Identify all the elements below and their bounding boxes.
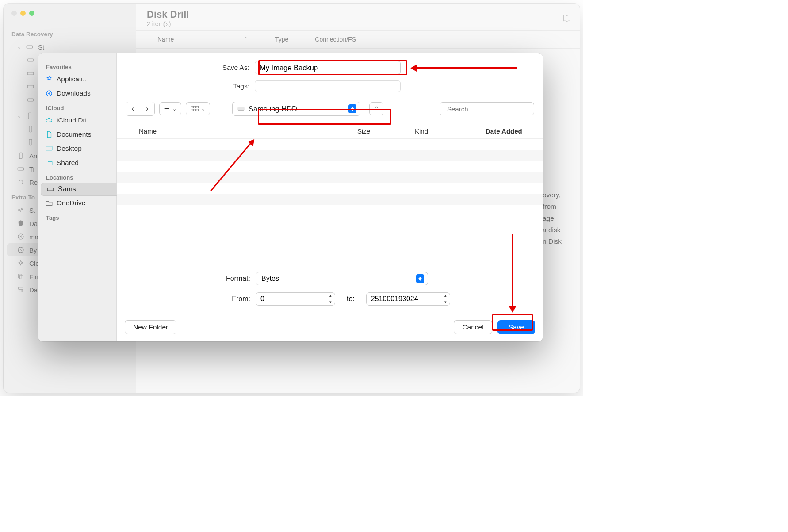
- bg-column-headers: Name⌃ Type Connection/FS: [136, 30, 580, 49]
- phone-icon: [27, 138, 34, 146]
- phone-icon: [27, 125, 34, 133]
- save-as-input[interactable]: [255, 61, 401, 74]
- x-circle-icon: [17, 233, 25, 241]
- save-dialog: Favorites Applicati… Downloads iCloud iC…: [38, 53, 543, 341]
- col-date-added[interactable]: Date Added: [486, 127, 534, 135]
- bg-peek-text: overy, from age. a disk n Disk: [543, 189, 574, 248]
- chevron-down-icon: ⌄: [17, 113, 21, 119]
- location-name: Samsung HDD: [249, 105, 345, 113]
- svg-rect-2: [27, 72, 34, 75]
- bg-sb-item-storage[interactable]: ⌄ St: [4, 40, 136, 54]
- format-select[interactable]: Bytes: [256, 272, 428, 285]
- list-view-button[interactable]: ≣⌄: [159, 102, 181, 115]
- location-dropdown[interactable]: Samsung HDD: [232, 102, 360, 116]
- svg-rect-22: [191, 109, 193, 111]
- sb-section-locations: Locations: [41, 170, 114, 183]
- svg-rect-19: [191, 106, 193, 108]
- step-down-icon[interactable]: ▾: [441, 299, 450, 306]
- drive-icon: [27, 96, 34, 104]
- bg-title: Disk Drill: [147, 9, 569, 20]
- cancel-button[interactable]: Cancel: [454, 320, 492, 334]
- minimize-dot[interactable]: [20, 11, 26, 16]
- new-folder-button[interactable]: New Folder: [125, 320, 176, 334]
- window-traffic-lights[interactable]: [4, 11, 34, 16]
- sb-item-downloads[interactable]: Downloads: [41, 86, 114, 100]
- svg-rect-8: [19, 153, 22, 159]
- nav-buttons: ‹ ›: [126, 102, 155, 116]
- svg-rect-15: [19, 287, 23, 290]
- applications-icon: [45, 75, 53, 83]
- updown-icon: [348, 104, 356, 113]
- from-input[interactable]: [256, 292, 326, 306]
- document-icon: [45, 130, 53, 138]
- sb-item-icloud-drive[interactable]: iCloud Dri…: [41, 113, 114, 127]
- drive-icon: [237, 105, 245, 113]
- bg-sb-section-data-recovery: Data Recovery: [4, 26, 136, 40]
- svg-rect-17: [46, 146, 52, 150]
- book-icon[interactable]: [562, 13, 572, 25]
- col-size[interactable]: Size: [357, 127, 415, 135]
- step-up-icon[interactable]: ▴: [326, 293, 335, 299]
- sb-item-desktop[interactable]: Desktop: [41, 142, 114, 156]
- search-input[interactable]: [447, 105, 531, 113]
- save-button[interactable]: Save: [497, 320, 535, 334]
- dialog-sidebar: Favorites Applicati… Downloads iCloud iC…: [38, 53, 117, 341]
- back-button[interactable]: ‹: [126, 102, 140, 115]
- svg-rect-7: [29, 139, 32, 145]
- collapse-button[interactable]: ⌃: [369, 102, 383, 115]
- sb-item-applications[interactable]: Applicati…: [41, 72, 114, 86]
- chevron-down-icon: ⌄: [201, 106, 205, 112]
- sb-section-icloud: iCloud: [41, 100, 114, 113]
- save-as-label: Save As:: [126, 64, 249, 72]
- svg-rect-9: [18, 168, 24, 170]
- step-down-icon[interactable]: ▾: [326, 299, 335, 306]
- drive-icon: [27, 69, 34, 77]
- updown-icon: [416, 274, 424, 283]
- sb-item-documents[interactable]: Documents: [41, 127, 114, 142]
- sb-item-onedrive[interactable]: OneDrive: [41, 196, 114, 210]
- drive-icon: [27, 56, 34, 64]
- svg-rect-21: [196, 106, 199, 108]
- shield-icon: [17, 219, 25, 227]
- to-label: to:: [340, 295, 361, 303]
- desktop-icon: [45, 145, 53, 153]
- tags-input[interactable]: [255, 80, 401, 92]
- svg-rect-1: [27, 59, 34, 61]
- chevron-down-icon: ⌄: [17, 44, 21, 50]
- close-dot[interactable]: [11, 11, 17, 16]
- files-icon: [17, 272, 25, 280]
- sb-section-favorites: Favorites: [41, 59, 114, 72]
- step-up-icon[interactable]: ▴: [441, 293, 450, 299]
- svg-rect-25: [238, 107, 244, 111]
- col-kind[interactable]: Kind: [415, 127, 486, 135]
- bg-item-count: 2 item(s): [147, 20, 569, 27]
- from-stepper[interactable]: ▴▾: [326, 292, 335, 306]
- to-input[interactable]: [366, 292, 441, 306]
- drive-icon: [17, 165, 25, 173]
- folder-icon: [45, 199, 53, 207]
- grid-view-button[interactable]: ⌄: [186, 102, 210, 115]
- col-name[interactable]: Name: [139, 127, 357, 135]
- wave-icon: [17, 206, 25, 214]
- format-label: Format:: [126, 275, 250, 283]
- file-list-header: Name Size Kind Date Added: [117, 124, 543, 139]
- svg-rect-14: [20, 275, 23, 279]
- file-list-area[interactable]: [117, 139, 543, 263]
- from-label: From:: [126, 295, 250, 303]
- list-icon: ≣: [164, 105, 170, 113]
- to-stepper[interactable]: ▴▾: [441, 292, 450, 306]
- sort-icon[interactable]: ⌃: [243, 36, 249, 43]
- drive-icon: [27, 83, 34, 91]
- sb-item-shared[interactable]: Shared: [41, 156, 114, 170]
- shared-folder-icon: [45, 159, 53, 167]
- search-box[interactable]: [440, 102, 534, 115]
- cloud-icon: [45, 116, 53, 124]
- drive-icon: [26, 43, 34, 51]
- format-value: Bytes: [261, 275, 279, 283]
- forward-button[interactable]: ›: [140, 102, 154, 115]
- grid-icon: [191, 106, 199, 112]
- zoom-dot[interactable]: [29, 11, 34, 16]
- svg-rect-3: [27, 85, 34, 88]
- svg-point-10: [19, 180, 23, 184]
- gear-icon: [17, 178, 25, 186]
